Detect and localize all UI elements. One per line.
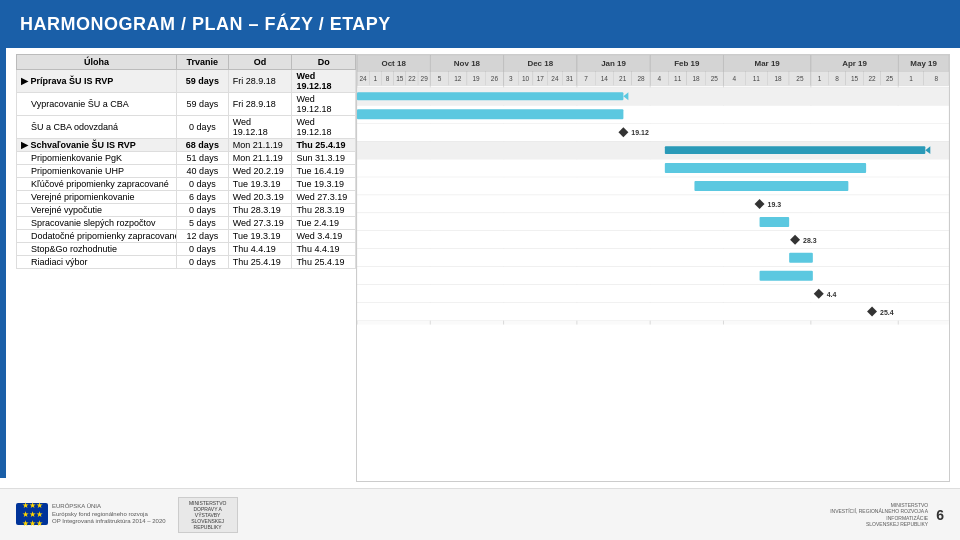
- task-name: Pripomienkovanie PgK: [17, 152, 177, 165]
- svg-text:28: 28: [637, 75, 645, 82]
- svg-rect-102: [357, 249, 949, 267]
- col-header-task: Úloha: [17, 55, 177, 70]
- task-name: Spracovanie slepých rozpočtov: [17, 217, 177, 230]
- svg-text:Dec 18: Dec 18: [527, 59, 553, 68]
- task-name: Pripomienkovanie UHP: [17, 165, 177, 178]
- svg-text:12: 12: [454, 75, 462, 82]
- table-row: Verejné pripomienkovanie 6 days Wed 20.3…: [17, 191, 356, 204]
- task-start: Mon 21.1.19: [228, 139, 292, 152]
- svg-text:15: 15: [396, 75, 404, 82]
- task-name: Riadiaci výbor: [17, 256, 177, 269]
- svg-rect-101: [357, 231, 949, 249]
- ministry-logo-left: MINISTERSTVO DOPRAVY A VÝSTAVBY SLOVENSK…: [178, 497, 238, 533]
- task-duration: 68 days: [177, 139, 229, 152]
- svg-text:25: 25: [886, 75, 894, 82]
- task-end: Thu 25.4.19: [292, 139, 356, 152]
- svg-text:11: 11: [674, 75, 682, 82]
- svg-text:3: 3: [509, 75, 513, 82]
- task-start: Wed 20.2.19: [228, 165, 292, 178]
- task-name: Dodatočné pripomienky zapracované: [17, 230, 177, 243]
- content-area: Úloha Trvanie Od Do ▶ Príprava ŠU IS RVP…: [0, 48, 960, 488]
- task-end: Tue 2.4.19: [292, 217, 356, 230]
- task-end: Sun 31.3.19: [292, 152, 356, 165]
- task-duration: 0 days: [177, 204, 229, 217]
- task-duration: 12 days: [177, 230, 229, 243]
- svg-rect-120: [789, 253, 813, 263]
- table-row: Pripomienkovanie PgK 51 days Mon 21.1.19…: [17, 152, 356, 165]
- svg-text:4: 4: [658, 75, 662, 82]
- svg-rect-114: [694, 181, 848, 191]
- svg-text:1: 1: [909, 75, 913, 82]
- svg-text:5: 5: [438, 75, 442, 82]
- svg-text:19.3: 19.3: [768, 201, 782, 208]
- page-number: 6: [936, 507, 944, 523]
- task-duration: 6 days: [177, 191, 229, 204]
- svg-rect-104: [357, 285, 949, 303]
- footer-left: ★★★★★★★★★ EURÓPSKA ÚNIA Európsky fond re…: [16, 497, 238, 533]
- task-end: Thu 25.4.19: [292, 256, 356, 269]
- svg-text:11: 11: [753, 75, 761, 82]
- task-end: Thu 28.3.19: [292, 204, 356, 217]
- svg-rect-121: [760, 271, 813, 281]
- task-name: Kľúčové pripomienky zapracované: [17, 178, 177, 191]
- svg-rect-108: [357, 109, 623, 119]
- svg-text:1: 1: [374, 75, 378, 82]
- task-end: Tue 19.3.19: [292, 178, 356, 191]
- task-start: Wed 27.3.19: [228, 217, 292, 230]
- slide-header: HARMONOGRAM / PLAN – FÁZY / ETAPY: [0, 0, 960, 48]
- task-name: Stop&Go rozhodnutie: [17, 243, 177, 256]
- task-start: Fri 28.9.18: [228, 70, 292, 93]
- svg-text:Apr 19: Apr 19: [842, 59, 867, 68]
- table-row: Riadiaci výbor 0 days Thu 25.4.19 Thu 25…: [17, 256, 356, 269]
- svg-text:18: 18: [692, 75, 700, 82]
- table-row: Dodatočné pripomienky zapracované 12 day…: [17, 230, 356, 243]
- footer: ★★★★★★★★★ EURÓPSKA ÚNIA Európsky fond re…: [0, 488, 960, 540]
- eu-flag: ★★★★★★★★★: [16, 503, 48, 525]
- col-header-end: Do: [292, 55, 356, 70]
- table-row: ŠU a CBA odovzdaná 0 days Wed 19.12.18 W…: [17, 116, 356, 139]
- svg-text:31: 31: [566, 75, 574, 82]
- task-end: Wed 27.3.19: [292, 191, 356, 204]
- task-duration: 5 days: [177, 217, 229, 230]
- svg-text:19.12: 19.12: [631, 129, 649, 136]
- svg-text:22: 22: [868, 75, 876, 82]
- task-duration: 51 days: [177, 152, 229, 165]
- task-name: Verejné vypočutie: [17, 204, 177, 217]
- footer-right: MINISTERSTVO INVESTÍCIÍ, REGIONÁLNEHO RO…: [830, 502, 944, 528]
- task-table: Úloha Trvanie Od Do ▶ Príprava ŠU IS RVP…: [16, 54, 356, 269]
- svg-text:Feb 19: Feb 19: [674, 59, 700, 68]
- svg-text:28.3: 28.3: [803, 237, 817, 244]
- task-start: Thu 28.3.19: [228, 204, 292, 217]
- svg-rect-117: [760, 217, 790, 227]
- table-row: Spracovanie slepých rozpočtov 5 days Wed…: [17, 217, 356, 230]
- svg-text:Mar 19: Mar 19: [755, 59, 781, 68]
- svg-text:Jan 19: Jan 19: [601, 59, 626, 68]
- eu-logo: ★★★★★★★★★ EURÓPSKA ÚNIA Európsky fond re…: [16, 503, 166, 526]
- task-end: Wed 19.12.18: [292, 70, 356, 93]
- task-info-panel: Úloha Trvanie Od Do ▶ Príprava ŠU IS RVP…: [16, 54, 356, 482]
- table-row: ▶ Schvaľovanie ŠU IS RVP 68 days Mon 21.…: [17, 139, 356, 152]
- gantt-panel: Oct 18Nov 18Dec 18Jan 19Feb 19Mar 19Apr …: [356, 54, 950, 482]
- table-row: Vypracovanie ŠU a CBA 59 days Fri 28.9.1…: [17, 93, 356, 116]
- task-start: Thu 4.4.19: [228, 243, 292, 256]
- svg-text:10: 10: [522, 75, 530, 82]
- task-end: Thu 4.4.19: [292, 243, 356, 256]
- svg-text:8: 8: [386, 75, 390, 82]
- svg-rect-103: [357, 267, 949, 285]
- svg-text:24: 24: [360, 75, 368, 82]
- table-row: Stop&Go rozhodnutie 0 days Thu 4.4.19 Th…: [17, 243, 356, 256]
- svg-text:14: 14: [601, 75, 609, 82]
- task-duration: 59 days: [177, 93, 229, 116]
- svg-text:4: 4: [733, 75, 737, 82]
- task-start: Mon 21.1.19: [228, 152, 292, 165]
- svg-text:8: 8: [835, 75, 839, 82]
- task-name: ▶ Schvaľovanie ŠU IS RVP: [17, 139, 177, 152]
- gantt-area: Oct 18Nov 18Dec 18Jan 19Feb 19Mar 19Apr …: [357, 55, 949, 481]
- task-duration: 0 days: [177, 116, 229, 139]
- task-duration: 0 days: [177, 256, 229, 269]
- task-duration: 0 days: [177, 178, 229, 191]
- task-start: Wed 20.3.19: [228, 191, 292, 204]
- task-name: ▶ Príprava ŠU IS RVP: [17, 70, 177, 93]
- svg-text:17: 17: [537, 75, 545, 82]
- svg-text:1: 1: [818, 75, 822, 82]
